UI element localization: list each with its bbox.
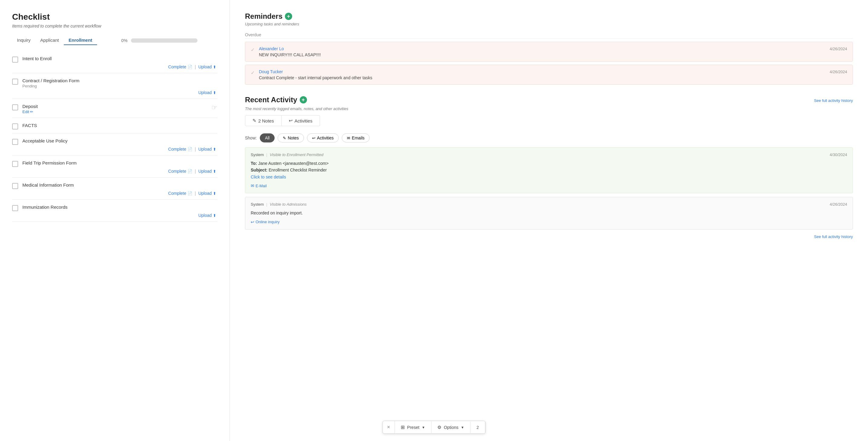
email-badge-icon: ✉	[251, 183, 254, 188]
upload-link-immunization[interactable]: Upload ⬆	[198, 213, 216, 218]
reminder-person-1[interactable]: Alexander Lo	[259, 46, 284, 51]
complete-link-fieldtrip[interactable]: Complete 📄	[168, 169, 192, 174]
upload-link-contract[interactable]: Upload ⬆	[198, 90, 216, 95]
upload-icon: ⬆	[213, 169, 216, 174]
show-label: Show:	[245, 135, 257, 140]
upload-link-fieldtrip[interactable]: Upload ⬆	[198, 169, 216, 174]
tab-inquiry[interactable]: Inquiry	[12, 36, 35, 45]
checklist-item: Contract / Registration Form Pending Upl…	[12, 73, 217, 99]
complete-label: Complete	[168, 147, 186, 152]
complete-link-intent[interactable]: Complete 📄	[168, 64, 192, 69]
activity-source-1: System	[251, 152, 264, 157]
reminder-check-icon[interactable]: ✓	[251, 70, 255, 75]
checklist-item: Intent to Enroll Complete 📄 | Upload ⬆	[12, 51, 217, 73]
notes-icon: ✎	[252, 118, 256, 123]
add-reminder-icon[interactable]: +	[285, 13, 292, 20]
checklist-item: Deposit Edit ✏ ☞	[12, 99, 217, 118]
complete-link-acceptable[interactable]: Complete 📄	[168, 147, 192, 152]
action-separator: |	[195, 147, 196, 152]
reminder-person-2[interactable]: Doug Tucker	[259, 69, 283, 74]
reminder-check-icon[interactable]: ✓	[251, 47, 255, 53]
reminder-date-1: 4/26/2024	[830, 46, 847, 51]
right-panel: Reminders + Upcoming tasks and reminders…	[230, 0, 868, 441]
activity-type-label-2: Online inquiry	[255, 220, 280, 224]
gear-icon: ⚙	[437, 425, 441, 430]
filter-all[interactable]: All	[260, 133, 275, 143]
activities-filter-icon: ↩	[312, 136, 315, 140]
checklist-item: Medical Information Form Complete 📄 | Up…	[12, 178, 217, 200]
upload-link-medical[interactable]: Upload ⬆	[198, 191, 216, 196]
upload-link-acceptable[interactable]: Upload ⬆	[198, 147, 216, 152]
checklist-item-actions: Upload ⬆	[12, 90, 217, 95]
activity-type-badge-1[interactable]: ✉ E-Mail	[251, 183, 267, 188]
reminder-date-2: 4/26/2024	[830, 69, 847, 74]
filter-notes[interactable]: ✎ Notes	[278, 133, 304, 143]
reminders-section: Reminders + Upcoming tasks and reminders…	[245, 12, 853, 85]
reminder-item: ✓ Doug Tucker 4/26/2024 Contract Complet…	[245, 65, 853, 85]
activity-meta: System | Visible to Enrollment Permitted	[251, 152, 323, 157]
toolbar-close-button[interactable]: ×	[383, 421, 395, 434]
checklist-item-row: Acceptable Use Policy	[12, 138, 217, 145]
checklist-checkbox-acceptable[interactable]	[12, 139, 18, 145]
see-history-bottom-row: See full activity history	[245, 234, 853, 239]
activity-visibility-1: Visible to Enrollment Permitted	[270, 152, 323, 157]
see-history-link-bottom[interactable]: See full activity history	[814, 234, 853, 239]
tab-enrollment[interactable]: Enrollment	[64, 36, 97, 45]
checklist-item-content: Immunization Records	[22, 204, 217, 210]
activity-card-header: System | Visible to Enrollment Permitted…	[251, 152, 847, 157]
checklist-checkbox-contract[interactable]	[12, 78, 18, 85]
checklist-item-name: FACTS	[22, 123, 217, 128]
complete-link-medical[interactable]: Complete 📄	[168, 191, 192, 196]
activity-type-badge-2[interactable]: ↩ Online inquiry	[251, 220, 280, 224]
activity-card-2: System | Visible to Admissions 4/26/2024…	[245, 197, 853, 229]
checklist-checkbox-intent[interactable]	[12, 57, 18, 63]
file-icon: 📄	[187, 191, 192, 196]
notes-count-label: 2 Notes	[258, 118, 274, 123]
checklist-item-content: Field Trip Permission Form	[22, 160, 217, 166]
activity-header: Recent Activity + See full activity hist…	[245, 96, 853, 105]
checklist-item-content: Medical Information Form	[22, 182, 217, 188]
filter-emails[interactable]: ✉ Emails	[342, 133, 370, 143]
see-history-link-top[interactable]: See full activity history	[814, 98, 853, 103]
activity-card-1: System | Visible to Enrollment Permitted…	[245, 147, 853, 193]
file-icon: 📄	[187, 169, 192, 174]
activities-count-button[interactable]: ↩ Activities	[282, 115, 320, 126]
toolbar-options-button[interactable]: ⚙ Options ▼	[431, 422, 470, 433]
activities-icon: ↩	[289, 118, 293, 123]
action-separator: |	[195, 169, 196, 174]
checklist-item-content: Deposit Edit ✏	[22, 104, 207, 114]
activity-subject-value: Enrollment Checklist Reminder	[269, 167, 327, 172]
checklist-checkbox-medical[interactable]	[12, 183, 18, 189]
toolbar-preset-button[interactable]: ⊞ Preset ▼	[395, 421, 431, 433]
checklist-panel: Checklist Items required to complete the…	[0, 0, 230, 441]
upload-link-intent[interactable]: Upload ⬆	[198, 64, 216, 69]
upload-label: Upload	[198, 191, 212, 196]
reminder-header: Doug Tucker 4/26/2024	[259, 69, 847, 74]
show-filters: Show: All ✎ Notes ↩ Activities ✉ Emails	[245, 133, 853, 143]
add-activity-icon[interactable]: +	[300, 96, 307, 103]
toolbar-page-number: 2	[471, 422, 486, 433]
checklist-checkbox-immunization[interactable]	[12, 205, 18, 211]
tab-applicant[interactable]: Applicant	[35, 36, 64, 45]
notes-activities-row: ✎ 2 Notes ↩ Activities	[245, 115, 853, 126]
checklist-checkbox-facts[interactable]	[12, 123, 18, 129]
checklist-items-list: Intent to Enroll Complete 📄 | Upload ⬆	[12, 51, 217, 222]
activity-type-label-1: E-Mail	[255, 184, 267, 188]
checklist-item: Immunization Records Upload ⬆	[12, 200, 217, 222]
checklist-item: Acceptable Use Policy Complete 📄 | Uploa…	[12, 133, 217, 155]
notes-count-button[interactable]: ✎ 2 Notes	[245, 115, 282, 126]
activity-subject: Subject: Enrollment Checklist Reminder	[251, 167, 847, 173]
filter-notes-label: Notes	[288, 135, 299, 140]
checklist-checkbox-deposit[interactable]	[12, 104, 18, 111]
checklist-item-row: Contract / Registration Form Pending	[12, 78, 217, 88]
checklist-checkbox-fieldtrip[interactable]	[12, 161, 18, 167]
checklist-item-content: Intent to Enroll	[22, 56, 217, 62]
online-inquiry-icon: ↩	[251, 220, 254, 224]
preset-label: Preset	[407, 425, 419, 430]
activity-body-1: To: Jane Austen <janeausten@test.com> Su…	[251, 160, 847, 180]
click-to-see-details-link[interactable]: Click to see details	[251, 175, 286, 179]
progress-bar	[131, 38, 197, 43]
action-separator: |	[195, 64, 196, 69]
edit-link-deposit[interactable]: Edit ✏	[22, 109, 207, 114]
filter-activities[interactable]: ↩ Activities	[307, 133, 339, 143]
